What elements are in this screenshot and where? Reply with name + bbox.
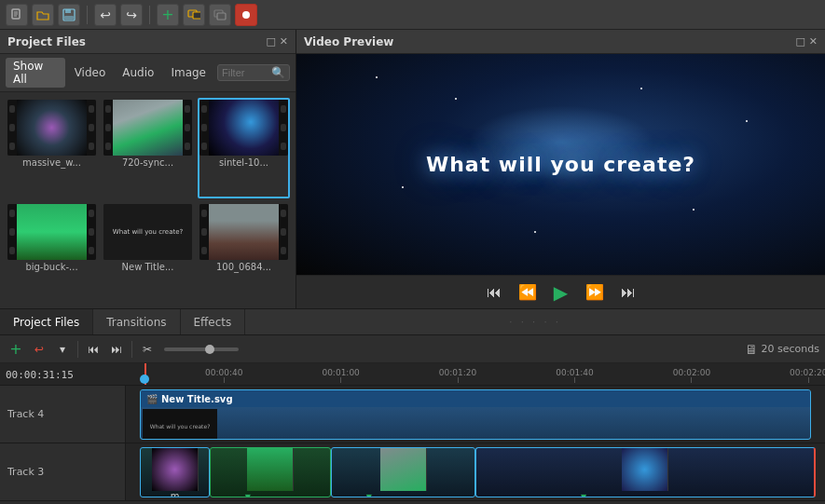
media-label-title: New Title...: [103, 260, 192, 274]
add-button[interactable]: +: [157, 4, 179, 26]
media-thumb-road: [103, 100, 192, 156]
save-button[interactable]: [58, 4, 80, 26]
preview-controls: ⏮ ⏪ ▶ ⏩ ⏭: [296, 275, 825, 308]
waveform-icon-3d: ▼: [581, 493, 708, 497]
undo-button[interactable]: ↩: [94, 4, 117, 26]
panel-float-icon[interactable]: □: [266, 35, 275, 48]
main-toolbar: ↩ ↪ +: [0, 0, 825, 30]
play-button[interactable]: ▶: [548, 279, 574, 306]
track-row-4: Track 4 🎬 New Title.svg What will you cr…: [0, 386, 825, 443]
video-clip-3b[interactable]: ▼ big-buck-: [210, 447, 331, 497]
preview-bg: What will you create?: [296, 54, 825, 275]
media-label-nature: big-buck-...: [7, 260, 96, 274]
ruler-mark-3: 00:01:40: [556, 368, 593, 383]
track-content-3[interactable]: m ▼ big-buck- ▼ 720-s: [126, 443, 825, 500]
new-button[interactable]: [6, 4, 28, 26]
preview-close-icon[interactable]: ✕: [809, 35, 818, 48]
fast-forward-button[interactable]: ⏩: [582, 279, 608, 306]
star-2: [455, 98, 457, 100]
media-item-space[interactable]: sintel-10...: [198, 98, 290, 198]
tl-undo-button[interactable]: ↩: [29, 339, 49, 360]
title-thumb-text: What will you create?: [113, 228, 183, 236]
filter-tabs: Show All Video Audio Image 🔍: [0, 54, 296, 92]
tl-add-button[interactable]: +: [6, 339, 26, 360]
clip-thumb-3d: [622, 448, 668, 491]
zoom-seconds: 20 seconds: [762, 343, 819, 355]
import-button[interactable]: [183, 4, 205, 26]
forward-end-button[interactable]: ⏭: [615, 279, 641, 306]
preview-float-icon[interactable]: □: [795, 35, 804, 48]
clip-title-name: New Title.svg: [161, 394, 233, 404]
rewind-button[interactable]: ⏪: [515, 279, 541, 306]
clip-body-title: What will you create?: [141, 407, 810, 439]
monitor-icon: 🖥: [745, 342, 758, 357]
timeline-tabs: Project Files Transitions Effects · · · …: [0, 309, 825, 335]
star-7: [534, 231, 536, 233]
video-clip-3a[interactable]: m: [140, 447, 210, 497]
preview-header-icons: □ ✕: [795, 35, 818, 48]
clip-3d-info: ▼ sintel-1024-surround.mp4: [577, 491, 713, 497]
tab-project-files[interactable]: Project Files: [0, 309, 93, 334]
track-content-4[interactable]: 🎬 New Title.svg What will you create?: [126, 386, 825, 443]
tab-image[interactable]: Image: [163, 64, 213, 81]
media-thumb-galaxy: [7, 100, 96, 156]
tl-jump-end-button[interactable]: ⏭: [106, 339, 127, 360]
track-label-3: Track 3: [0, 443, 126, 500]
title-clip-thumb: What will you create?: [143, 409, 217, 439]
media-thumb-bedroom: [199, 204, 288, 260]
video-clip-3d[interactable]: ▼ sintel-1024-surround.mp4: [475, 447, 816, 497]
ruler-mark-4: 00:02:00: [673, 368, 710, 383]
preview-title: Video Preview: [304, 35, 393, 48]
tab-effects[interactable]: Effects: [181, 309, 246, 334]
clip-3b-info: ▼ big-buck-: [241, 491, 300, 497]
right-panel: Video Preview □ ✕ What will you create? …: [296, 30, 825, 308]
media-label-bedroom: 100_0684...: [199, 260, 288, 274]
media-item-galaxy[interactable]: massive_w...: [6, 98, 98, 198]
redo-button[interactable]: ↪: [120, 4, 143, 26]
filter-input-wrap: 🔍: [217, 64, 290, 81]
svg-point-11: [242, 11, 250, 19]
title-clip-preview-text: What will you create?: [150, 423, 211, 429]
tab-audio[interactable]: Audio: [115, 64, 161, 81]
slider-thumb[interactable]: [205, 345, 214, 354]
timeline-ruler[interactable]: 00:00:31:15 00:00:40 00:01:00 00:01:20 0…: [0, 363, 825, 386]
tab-video[interactable]: Video: [67, 64, 114, 81]
svg-rect-8: [193, 12, 200, 19]
clip-header-title: 🎬 New Title.svg: [141, 390, 810, 407]
title-clip[interactable]: 🎬 New Title.svg What will you create?: [140, 389, 811, 440]
tl-jump-start-button[interactable]: ⏮: [83, 339, 103, 360]
tl-razor-button[interactable]: ✂: [137, 339, 158, 360]
media-item-road[interactable]: 720-sync...: [102, 98, 194, 198]
tab-transitions[interactable]: Transitions: [93, 309, 180, 334]
panel-close-icon[interactable]: ✕: [280, 35, 288, 48]
project-files-title: Project Files: [7, 35, 86, 48]
video-clip-3c[interactable]: ▼ 720-sync.mp4: [331, 447, 475, 497]
media-thumb-nature: [7, 204, 96, 260]
panel-header-icons: □ ✕: [266, 35, 288, 48]
export-button[interactable]: [209, 4, 231, 26]
preview-text: What will you create?: [426, 153, 695, 176]
left-panel: Project Files □ ✕ Show All Video Audio I…: [0, 30, 296, 308]
clip-name-3a: m: [167, 491, 184, 497]
slider-track[interactable]: [164, 347, 239, 351]
rewind-start-button[interactable]: ⏮: [481, 279, 507, 306]
media-item-title[interactable]: What will you create? New Title...: [102, 202, 194, 303]
media-item-bedroom[interactable]: 100_0684...: [198, 202, 290, 303]
ruler-inner: 00:00:40 00:01:00 00:01:20 00:01:40 00:0…: [0, 363, 825, 383]
star-1: [376, 76, 378, 78]
clip-thumb-3c: [380, 448, 427, 491]
tab-show-all[interactable]: Show All: [6, 58, 65, 88]
timeline-toolbar: + ↩ ▾ ⏮ ⏭ ✂ 🖥 20 seconds: [0, 335, 825, 363]
project-files-header: Project Files □ ✕: [0, 30, 296, 54]
open-button[interactable]: [32, 4, 54, 26]
toolbar-separator-1: [87, 6, 88, 24]
record-button[interactable]: [235, 4, 257, 26]
media-item-nature[interactable]: big-buck-...: [6, 202, 98, 303]
media-label-road: 720-sync...: [103, 156, 192, 170]
tl-filter-button[interactable]: ▾: [52, 339, 73, 360]
star-3: [640, 88, 642, 89]
media-thumb-space: [199, 100, 288, 156]
filter-input[interactable]: [222, 67, 268, 78]
timeline-section: Project Files Transitions Effects · · · …: [0, 308, 825, 504]
cursor-head[interactable]: [140, 375, 149, 384]
